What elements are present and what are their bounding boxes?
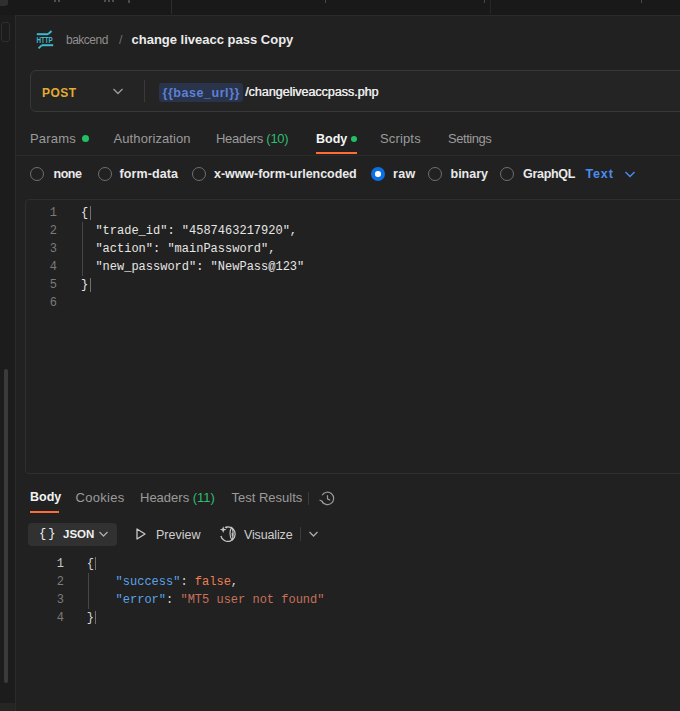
svg-text:HTTP: HTTP [36,36,53,45]
